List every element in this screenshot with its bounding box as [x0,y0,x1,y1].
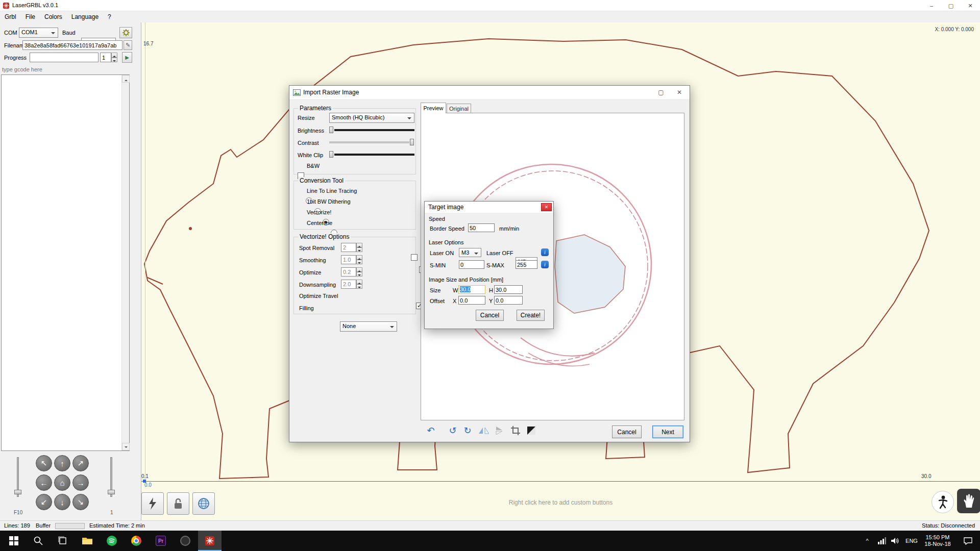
contrast-thumb[interactable] [410,139,414,145]
flip-horizontal-button[interactable] [478,424,490,437]
invert-button[interactable] [525,424,537,437]
whiteclip-thumb[interactable] [329,151,333,158]
accessibility-button[interactable] [932,491,954,513]
passes-spinner[interactable] [100,53,111,62]
laser-on-select[interactable]: M3 [459,248,481,257]
border-speed-input[interactable] [468,223,495,232]
touch-mode-button[interactable] [957,489,980,513]
filename-input[interactable] [22,40,122,50]
spotify-button[interactable] [100,531,124,551]
lasergrbl-taskbar-button[interactable] [198,531,222,551]
filling-select[interactable]: None [340,321,397,332]
target-cancel-button[interactable]: Cancel [476,310,504,321]
jog-se-button[interactable]: ↘ [72,494,89,510]
smoothing-updown[interactable] [356,255,362,264]
maximize-button[interactable]: ▢ [941,0,961,11]
target-close-button[interactable]: ✕ [541,203,552,211]
height-label: H [489,287,493,293]
gcode-listbox[interactable] [1,74,130,451]
downsampling-updown[interactable] [356,280,362,289]
spot-removal-updown[interactable] [356,243,362,252]
target-create-button[interactable]: Create! [517,310,545,321]
feedrate-slider-thumb[interactable] [14,490,21,494]
step-slider-thumb[interactable] [108,490,115,494]
import-cancel-button[interactable]: Cancel [612,425,642,438]
contrast-slider[interactable] [329,138,414,146]
undo-button[interactable]: ↶ [425,424,437,437]
dialog-maximize-button[interactable]: ▢ [653,86,669,99]
offset-y-input[interactable] [494,296,523,305]
jog-nw-button[interactable]: ↖ [36,455,52,471]
resize-select[interactable]: Smooth (HQ Bicubic) [329,113,414,123]
play-button[interactable]: ▶ [122,52,132,63]
clock[interactable]: 15:50 PM 18-Nov-18 [921,531,954,551]
file-explorer-button[interactable] [76,531,99,551]
rotate-cw-button[interactable]: ↻ [461,424,474,437]
offset-x-input[interactable] [458,296,485,305]
edit-filename-button[interactable]: ✎ [124,40,132,50]
height-input[interactable] [494,285,523,294]
downsampling-input[interactable] [341,280,356,289]
jog-w-button[interactable]: ← [36,474,52,491]
tray-expand-button[interactable]: ^ [861,531,874,551]
smax-info-icon[interactable]: i [541,261,549,268]
menu-file[interactable]: File [21,12,40,22]
crop-button[interactable] [509,424,522,437]
scroll-down-icon[interactable] [122,443,130,450]
conversion-legend: Conversion Tool [298,177,345,184]
task-view-button[interactable] [51,531,75,551]
language-indicator[interactable]: ENG [902,531,921,551]
brightness-thumb[interactable] [329,127,333,133]
menu-help[interactable]: ? [103,12,116,22]
optimize-input[interactable] [341,267,356,277]
jog-sw-button[interactable]: ↙ [36,494,52,510]
width-input[interactable]: 30.0 [458,285,485,294]
whiteclip-slider[interactable] [329,151,414,158]
import-next-button[interactable]: Next [652,425,683,438]
smin-input[interactable] [459,260,484,269]
close-button[interactable]: ✕ [961,0,980,11]
network-tray-icon[interactable] [875,531,889,551]
homing-button[interactable] [192,492,215,515]
jog-ne-button[interactable]: ↗ [72,455,89,471]
smoothing-input[interactable] [341,255,356,264]
tab-original[interactable]: Original [447,104,471,113]
chrome-button[interactable] [125,531,148,551]
flip-vertical-button[interactable] [494,424,506,437]
laser-info-icon[interactable]: i [541,248,549,256]
unlock-button[interactable] [167,492,189,515]
optimize-updown[interactable] [356,267,362,277]
action-center-button[interactable] [958,531,978,551]
jog-home-button[interactable]: ⌂ [54,474,70,491]
connect-button[interactable] [119,27,132,38]
jog-n-button[interactable]: ↑ [54,455,70,471]
minimize-button[interactable]: – [922,0,941,11]
passes-updown[interactable] [111,53,117,62]
focus-laser-button[interactable] [141,492,164,515]
spot-removal-checkbox[interactable] [411,254,418,261]
gcode-scrollbar[interactable] [121,75,129,450]
gcode-command-input[interactable] [2,65,129,73]
smax-input[interactable] [516,260,537,269]
dialog-close-button[interactable]: ✕ [671,86,688,99]
premiere-button[interactable]: Pr [149,531,173,551]
custom-buttons-hint[interactable]: Right click here to add custom buttons [141,499,980,506]
scroll-up-icon[interactable] [122,75,130,83]
brightness-slider[interactable] [329,126,414,134]
pencil-icon: ✎ [126,42,130,48]
taskbar-search-button[interactable] [27,531,50,551]
menu-language[interactable]: Language [67,12,103,22]
jog-e-button[interactable]: → [72,474,89,491]
buffer-label: Buffer [36,522,51,529]
jog-s-button[interactable]: ↓ [54,494,70,510]
media-app-button[interactable] [174,531,197,551]
spot-removal-input[interactable] [341,243,356,252]
com-select[interactable]: COM1 [19,28,58,38]
menu-colors[interactable]: Colors [40,12,67,22]
volume-tray-icon[interactable] [888,531,902,551]
rotate-ccw-button[interactable]: ↺ [447,424,459,437]
progress-input[interactable] [30,53,99,62]
start-button[interactable] [2,531,26,551]
tab-preview[interactable]: Preview [421,103,446,113]
menu-grbl[interactable]: Grbl [0,12,21,22]
